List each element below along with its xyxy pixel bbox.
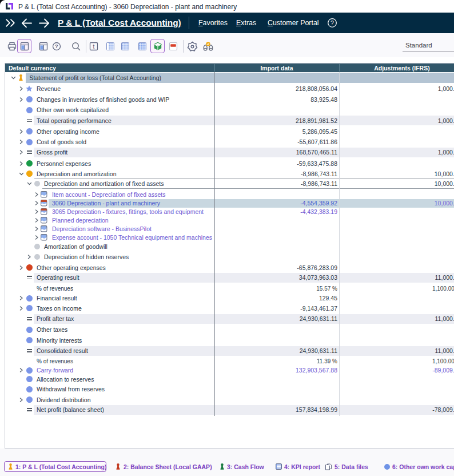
svg-text:?: ? (55, 43, 58, 49)
svg-text:?: ? (330, 19, 334, 26)
svg-text:t: t (93, 43, 95, 50)
